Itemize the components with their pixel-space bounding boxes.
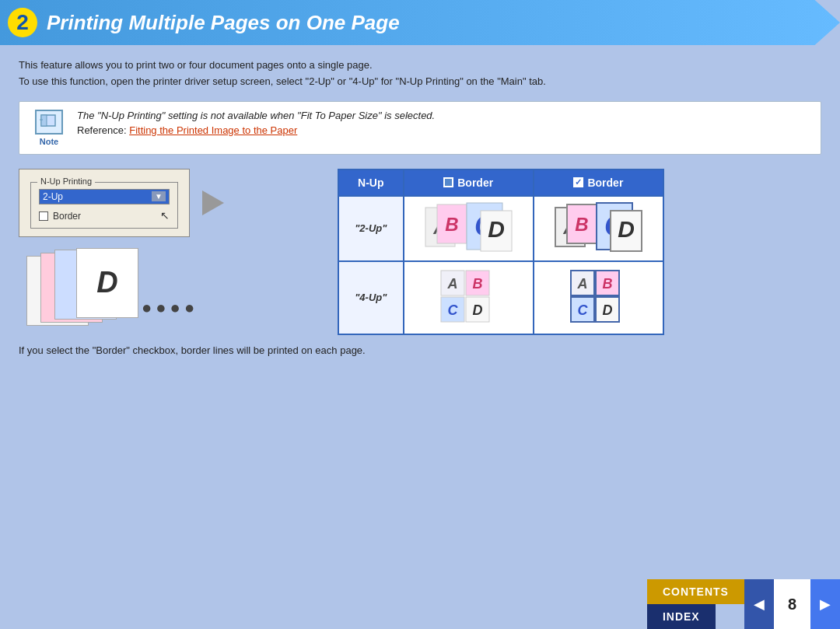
svg-text:C: C	[578, 302, 589, 318]
dialog-group: N-Up Printing 2-Up ▼ Border ↖	[30, 182, 178, 229]
note-label: Note	[40, 137, 58, 146]
footer: CONTENTS INDEX ◀ 8 ▶	[647, 579, 840, 629]
dot1: ●	[142, 298, 152, 318]
th-border-checked-label: Border	[587, 176, 623, 189]
printer-dialog: N-Up Printing 2-Up ▼ Border ↖	[19, 169, 190, 237]
svg-text:C: C	[448, 302, 459, 318]
th-nup: N-Up	[338, 169, 404, 196]
nup-table: N-Up Border ✓ Border	[338, 169, 664, 335]
svg-text:B: B	[473, 276, 483, 292]
select-arrow: ▼	[152, 191, 166, 201]
note-box: Note The "N-Up Printing" setting is not …	[19, 101, 821, 155]
svg-rect-1	[41, 115, 47, 126]
td-2up-label: "2-Up"	[338, 196, 404, 261]
dot2: ●	[156, 298, 166, 318]
border-checkbox[interactable]	[39, 211, 48, 221]
svg-text:B: B	[446, 214, 459, 235]
intro-text: This feature allows you to print two or …	[19, 58, 821, 90]
svg-text:A: A	[577, 276, 588, 292]
bottom-text: If you select the "Border" checkbox, bor…	[19, 343, 821, 358]
svg-text:D: D	[618, 216, 635, 242]
chapter-number: 2	[8, 8, 37, 37]
footer-index-button[interactable]: INDEX	[647, 604, 716, 629]
svg-text:A: A	[447, 276, 458, 292]
arrow-wrap	[202, 190, 224, 215]
border-checked-icon: ✓	[573, 177, 583, 187]
reference-link[interactable]: Fitting the Printed Image to the Paper	[129, 124, 297, 136]
svg-text:D: D	[603, 302, 613, 318]
svg-text:B: B	[603, 276, 613, 292]
th-border-checked: ✓ Border	[534, 169, 663, 196]
note-text: The "N-Up Printing" setting is not avail…	[77, 110, 810, 121]
th-border-unchecked-label: Border	[457, 176, 493, 189]
svg-text:B: B	[576, 214, 589, 235]
intro-line1: This feature allows you to print two or …	[19, 58, 821, 74]
page-stack: A B C D	[26, 248, 135, 326]
4up-noborder-svg: A B C D	[422, 267, 515, 329]
intro-line2: To use this function, open the printer d…	[19, 74, 821, 90]
td-4up-noborder: A B C D	[404, 261, 534, 334]
footer-right-arrow[interactable]: ▶	[810, 579, 840, 629]
page-title: Printing Multiple Pages on One Page	[47, 11, 400, 35]
dot4: ●	[184, 298, 194, 318]
dialog-select[interactable]: 2-Up ▼	[39, 189, 170, 204]
dialog-group-label: N-Up Printing	[37, 176, 95, 186]
select-value: 2-Up	[43, 191, 63, 202]
right-arrow-icon	[202, 190, 224, 215]
td-4up-border: A B C D	[534, 261, 663, 334]
footer-page-nav: ◀ 8 ▶	[744, 579, 840, 629]
footer-sections: CONTENTS INDEX	[647, 579, 744, 629]
next-page-button[interactable]: ▶	[810, 579, 840, 629]
note-icon	[35, 110, 63, 135]
left-demo: N-Up Printing 2-Up ▼ Border ↖	[19, 169, 322, 326]
4up-border-svg: A B C D	[551, 267, 645, 329]
footer-top-row: CONTENTS	[647, 579, 744, 604]
dialog-arrow-row: N-Up Printing 2-Up ▼ Border ↖	[19, 169, 322, 237]
th-border-unchecked: Border	[404, 169, 534, 196]
page-number: 8	[774, 579, 810, 629]
2up-border-svg: A B C D	[551, 201, 645, 256]
cursor-icon: ↖	[160, 209, 170, 222]
right-arrow-icon: ▶	[820, 596, 831, 613]
footer-left-arrow[interactable]: ◀	[744, 579, 774, 629]
page-header: 2 Printing Multiple Pages on One Page	[0, 0, 840, 45]
dot3: ●	[170, 298, 180, 318]
border-unchecked-icon	[443, 177, 453, 187]
page-d: D	[76, 248, 138, 318]
main-content: This feature allows you to print two or …	[0, 45, 840, 370]
note-content: The "N-Up Printing" setting is not avail…	[77, 110, 810, 136]
pages-illustration: A B C D ● ● ● ●	[26, 248, 322, 326]
demo-row: N-Up Printing 2-Up ▼ Border ↖	[19, 169, 821, 335]
reference-prefix: Reference:	[77, 124, 129, 136]
td-2up-noborder: A B C D	[404, 196, 534, 261]
footer-contents-button[interactable]: CONTENTS	[647, 579, 744, 604]
svg-text:D: D	[488, 216, 505, 242]
2up-noborder-svg: A B C D	[422, 201, 515, 256]
footer-bottom-row: INDEX	[647, 604, 744, 629]
svg-text:D: D	[473, 302, 483, 318]
td-2up-border: A B C D	[534, 196, 663, 261]
td-4up-label: "4-Up"	[338, 261, 404, 334]
prev-page-button[interactable]: ◀	[744, 579, 774, 629]
note-icon-wrap: Note	[30, 110, 68, 146]
nup-table-wrap: N-Up Border ✓ Border	[338, 169, 664, 335]
dialog-checkbox-row: Border	[39, 211, 170, 222]
border-checkbox-label: Border	[53, 211, 81, 222]
left-arrow-icon: ◀	[754, 596, 765, 613]
dots: ● ● ● ●	[142, 298, 194, 326]
note-reference: Reference: Fitting the Printed Image to …	[77, 124, 810, 136]
